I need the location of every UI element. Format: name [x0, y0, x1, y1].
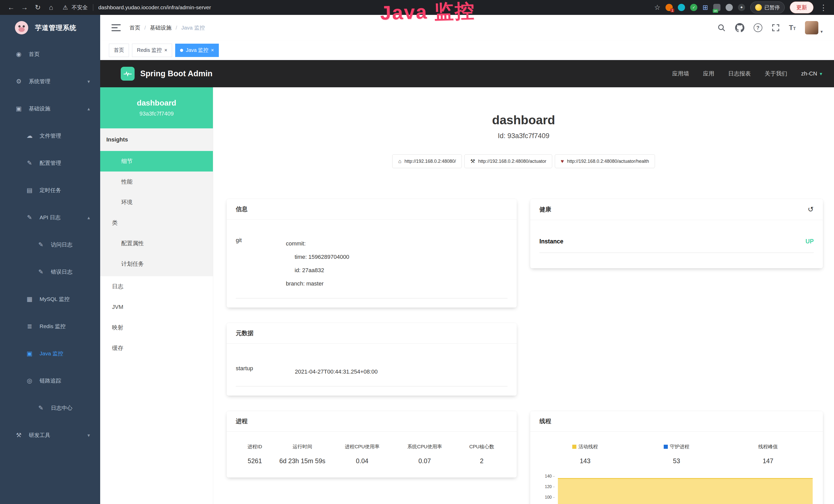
extension-dark-icon[interactable]: ✦: [738, 4, 745, 11]
home-icon[interactable]: ⌂: [46, 4, 57, 12]
sidebar-item-infrastructure[interactable]: ▣ 基础设施 ▴: [0, 95, 100, 122]
pencil-icon: ✎: [26, 159, 34, 167]
chevron-up-icon: ▴: [87, 106, 90, 112]
sba-nav-applications[interactable]: 应用: [703, 70, 714, 77]
sba-item-jvm[interactable]: JVM: [100, 297, 213, 317]
search-icon[interactable]: [717, 23, 726, 32]
app-logo[interactable]: 芋道管理系统: [0, 15, 100, 41]
help-icon[interactable]: ?: [753, 23, 762, 32]
sba-item-details[interactable]: 细节: [100, 151, 213, 171]
health-instance-row: Instance UP: [540, 238, 814, 253]
address-bar[interactable]: ⚠ 不安全 dashboard.yudao.iocoder.cn/infra/a…: [63, 4, 211, 11]
breadcrumb: 首页 / 基础设施 / Java 监控: [129, 24, 205, 31]
sba-item-loggers[interactable]: 日志: [100, 276, 213, 297]
chevron-down-icon: ▾: [87, 78, 90, 85]
sidebar-item-scheduled-jobs[interactable]: ▤ 定时任务: [0, 177, 100, 204]
sba-item-environment[interactable]: 环境: [100, 192, 213, 212]
tab-java-monitor[interactable]: Java 监控 ×: [175, 44, 219, 57]
user-menu[interactable]: ▾: [805, 21, 823, 35]
tab-label: 首页: [114, 47, 124, 54]
reload-icon[interactable]: ↻: [32, 3, 43, 12]
sidebar-item-error-logs[interactable]: ✎ 错误日志: [0, 258, 100, 285]
process-value-proc-cpu: 0.04: [331, 457, 393, 465]
extension-orange-icon[interactable]: 1: [665, 4, 673, 11]
github-icon[interactable]: [735, 23, 744, 32]
instance-id: 93a3fc7f7409: [139, 110, 174, 117]
sidebar-item-log-center[interactable]: ✎ 日志中心: [0, 394, 100, 421]
threads-card-title: 线程: [530, 411, 823, 432]
log-icon: ✎: [37, 404, 45, 412]
close-icon[interactable]: ×: [164, 47, 168, 53]
threads-chart: 140 120 100: [540, 474, 814, 504]
spring-boot-admin-logo-icon: [121, 67, 135, 81]
breadcrumb-separator: /: [144, 25, 146, 31]
extension-green-icon[interactable]: ✓: [690, 4, 697, 11]
ytick: 120: [545, 484, 555, 489]
browser-menu-icon[interactable]: ⋮: [818, 3, 828, 12]
paused-label: 已暂停: [764, 4, 780, 11]
sba-item-beans[interactable]: 类: [100, 212, 213, 233]
sba-brand[interactable]: Spring Boot Admin: [140, 69, 213, 78]
process-card: 进程 进程ID 运行时间 进程CPU使用率 系统CPU使用率 CPU核心数 52…: [226, 411, 517, 478]
extension-proxy-icon[interactable]: on: [713, 4, 721, 11]
sidebar-item-access-logs[interactable]: ✎ 访问日志: [0, 231, 100, 258]
sba-group-insights: Insights: [100, 129, 213, 151]
home-icon: ⌂: [398, 158, 401, 164]
sba-item-metrics[interactable]: 性能: [100, 171, 213, 192]
extensions-grid-icon[interactable]: ⊞: [702, 4, 708, 12]
instance-header[interactable]: dashboard 93a3fc7f7409: [100, 87, 213, 129]
sidebar-item-tracing[interactable]: ◎ 链路追踪: [0, 367, 100, 394]
sidebar-item-home[interactable]: ◉ 首页: [0, 41, 100, 68]
history-icon[interactable]: ↺: [808, 205, 814, 214]
metadata-startup-row: startup 2021-04-27T00:44:31.254+08:00: [236, 358, 507, 386]
breadcrumb-infrastructure[interactable]: 基础设施: [150, 24, 172, 31]
extension-leaf-icon[interactable]: [726, 4, 733, 11]
sidebar-item-redis-monitor[interactable]: ≣ Redis 监控: [0, 313, 100, 340]
tags-view-bar: 首页 Redis 监控 × Java 监控 ×: [100, 41, 834, 60]
sidebar-item-mysql-monitor[interactable]: ▦ MySQL 监控: [0, 285, 100, 313]
tab-redis-monitor[interactable]: Redis 监控 ×: [132, 44, 172, 57]
sba-nav-about[interactable]: 关于我们: [765, 70, 787, 77]
instance-id-line: Id: 93a3fc7f7409: [213, 132, 834, 140]
sidebar-item-label: Redis 监控: [40, 323, 66, 330]
eye-icon: ◎: [26, 377, 34, 384]
breadcrumb-home[interactable]: 首页: [129, 24, 140, 31]
sidebar-item-system-mgmt[interactable]: ⚙ 系统管理 ▾: [0, 68, 100, 95]
sba-item-caches[interactable]: 缓存: [100, 338, 213, 359]
sba-nav-wallboard[interactable]: 应用墙: [672, 70, 689, 77]
sba-item-scheduled-tasks[interactable]: 计划任务: [100, 254, 213, 274]
bookmark-star-icon[interactable]: ☆: [654, 3, 660, 12]
sidebar-item-file-mgmt[interactable]: ☁ 文件管理: [0, 122, 100, 150]
sidebar-item-dev-tools[interactable]: ⚒ 研发工具 ▾: [0, 421, 100, 449]
health-url-button[interactable]: ♥ http://192.168.0.2:48080/actuator/heal…: [555, 154, 655, 168]
close-icon[interactable]: ×: [211, 47, 214, 53]
tab-home[interactable]: 首页: [109, 44, 129, 57]
process-header-proc-cpu: 进程CPU使用率: [331, 443, 393, 450]
service-url-button[interactable]: ⌂ http://192.168.0.2:48080/: [392, 154, 462, 168]
chrome-update-button[interactable]: 更新: [790, 2, 813, 13]
forward-icon[interactable]: →: [19, 4, 30, 12]
hamburger-icon[interactable]: [111, 24, 121, 31]
actuator-url-button[interactable]: ⚒ http://192.168.0.2:48080/actuator: [464, 154, 552, 168]
sidebar-item-api-logs[interactable]: ✎ API 日志 ▴: [0, 204, 100, 231]
browser-actions: ☆ 1 ✓ ⊞ on ✦ 已暂停 更新 ⋮: [654, 2, 828, 13]
locale-select[interactable]: zh-CN ▾: [801, 70, 822, 77]
tab-label: Redis 监控: [137, 47, 162, 54]
sidebar-item-config-mgmt[interactable]: ✎ 配置管理: [0, 150, 100, 177]
sidebar-item-label: MySQL 监控: [40, 296, 70, 303]
font-size-icon[interactable]: TT: [789, 24, 796, 32]
fullscreen-icon[interactable]: [772, 24, 780, 32]
health-instance-label: Instance: [540, 238, 563, 245]
url-text: dashboard.yudao.iocoder.cn/infra/admin-s…: [98, 4, 211, 10]
monitor-icon: ▣: [15, 105, 23, 112]
sidebar-item-java-monitor[interactable]: ▣ Java 监控: [0, 340, 100, 367]
process-value-uptime: 6d 23h 15m 59s: [274, 457, 331, 465]
back-icon[interactable]: ←: [6, 4, 17, 12]
actuator-url: http://192.168.0.2:48080/actuator: [478, 159, 546, 164]
profile-paused-chip[interactable]: 已暂停: [750, 2, 785, 13]
sba-item-config-props[interactable]: 配置属性: [100, 233, 213, 254]
emoji-face-icon: [755, 4, 762, 11]
extension-teal-icon[interactable]: [678, 4, 685, 11]
sba-nav-journal[interactable]: 日志报表: [728, 70, 751, 77]
sba-item-mappings[interactable]: 映射: [100, 317, 213, 338]
